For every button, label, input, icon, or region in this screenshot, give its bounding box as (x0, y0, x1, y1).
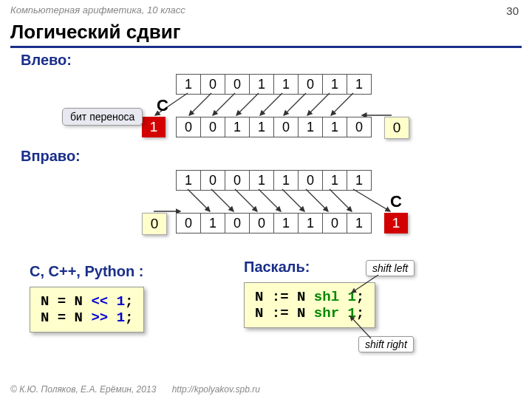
bit-cell: 1 (298, 213, 322, 233)
course-header: Компьютерная арифметика, 10 класс (10, 4, 185, 16)
section-right-shift: Вправо: (21, 148, 81, 165)
bit-cell: 0 (298, 74, 322, 95)
bits-original-left: 10011011 (176, 74, 372, 95)
bit-cell: 0 (200, 117, 225, 137)
fill-bit-left: 0 (384, 117, 409, 139)
svg-line-9 (188, 189, 210, 211)
carry-label-left: C (157, 96, 168, 115)
bit-cell: 1 (176, 74, 200, 95)
lang-c-label: C, C++, Python : (30, 263, 143, 280)
bit-cell: 1 (298, 117, 322, 137)
svg-line-7 (331, 93, 353, 115)
bits-original-right: 10011011 (176, 170, 372, 191)
bit-cell: 1 (273, 170, 298, 191)
bit-cell: 1 (347, 74, 372, 95)
bit-cell: 1 (273, 74, 298, 95)
bit-cell: 0 (225, 170, 249, 191)
bit-cell: 0 (200, 170, 225, 191)
bit-cell: 1 (200, 213, 225, 233)
bit-cell: 0 (347, 117, 372, 137)
code-c-box: N = N << 1; N = N >> 1; (30, 287, 144, 332)
title-underline (10, 46, 522, 48)
bit-cell: 1 (249, 74, 273, 95)
svg-line-12 (259, 189, 281, 211)
svg-line-11 (235, 189, 257, 211)
bit-cell: 0 (322, 213, 347, 233)
hint-shift-left: shift left (366, 260, 415, 276)
svg-line-2 (213, 93, 235, 115)
bit-cell: 0 (225, 74, 249, 95)
svg-line-6 (307, 93, 330, 115)
bit-cell: 0 (225, 213, 249, 233)
bit-cell: 1 (249, 170, 273, 191)
svg-line-16 (353, 189, 390, 211)
bit-cell: 0 (249, 213, 273, 233)
carry-bit-right: 1 (384, 213, 408, 233)
carry-bit-left: 1 (142, 117, 166, 137)
page-title: Логический сдвиг (10, 21, 181, 44)
bit-cell: 0 (200, 74, 225, 95)
svg-line-4 (260, 93, 282, 115)
bit-cell: 1 (347, 170, 372, 191)
carry-label-right: C (390, 192, 402, 211)
svg-line-15 (330, 189, 352, 211)
fill-bit-right: 0 (142, 213, 167, 235)
svg-line-5 (284, 93, 306, 115)
svg-line-3 (236, 93, 259, 115)
lang-pascal-label: Паскаль: (244, 259, 310, 276)
section-left-shift: Влево: (21, 52, 72, 69)
bit-cell: 1 (225, 117, 249, 137)
code-text: N = N << 1; N = N >> 1; (41, 293, 133, 326)
svg-line-14 (306, 189, 328, 211)
bit-cell: 0 (176, 117, 200, 137)
code-text: N := N shl 1; N := N shr 1; (255, 289, 364, 321)
bits-result-right: 01001101 (176, 213, 372, 233)
bit-cell: 0 (298, 170, 322, 191)
footer-url: http://kpolyakov.spb.ru (172, 384, 260, 395)
bit-cell: 1 (249, 117, 273, 137)
svg-line-1 (189, 93, 211, 115)
bit-cell: 0 (273, 117, 298, 137)
bit-cell: 1 (322, 170, 347, 191)
bit-cell: 1 (176, 170, 200, 191)
bits-result-left: 00110110 (176, 117, 372, 137)
callout-carry-bit: бит переноса (62, 108, 143, 126)
svg-line-10 (211, 189, 233, 211)
bit-cell: 1 (273, 213, 298, 233)
code-pascal-box: N := N shl 1; N := N shr 1; (244, 282, 375, 328)
footer-copyright: © К.Ю. Поляков, Е.А. Ерёмин, 2013 (10, 384, 156, 395)
footer: © К.Ю. Поляков, Е.А. Ерёмин, 2013 http:/… (10, 384, 260, 395)
page-number: 30 (506, 4, 519, 17)
hint-shift-right: shift right (358, 336, 414, 352)
bit-cell: 1 (347, 213, 372, 233)
bit-cell: 0 (176, 213, 200, 233)
bit-cell: 1 (322, 117, 347, 137)
bit-cell: 1 (322, 74, 347, 95)
svg-line-13 (282, 189, 304, 211)
